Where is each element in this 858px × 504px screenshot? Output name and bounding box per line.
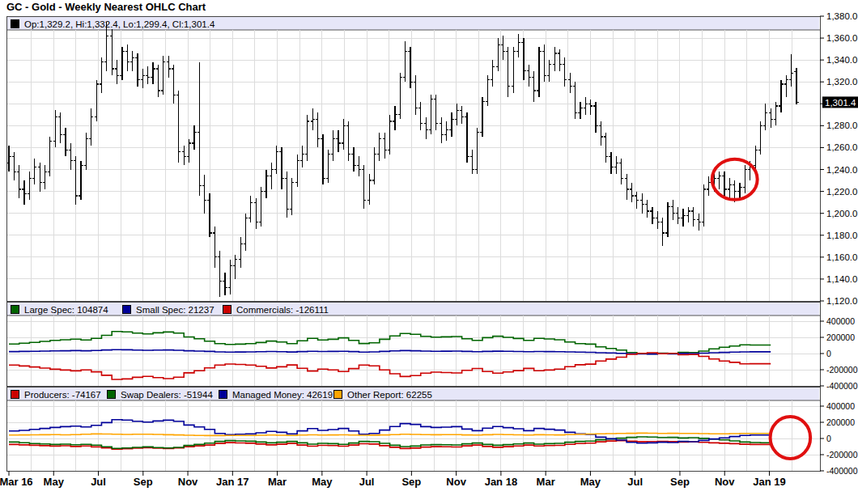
x-axis-label: Jan 19 (753, 476, 785, 488)
managed-money-label: Managed Money: 42619 (232, 390, 333, 400)
x-axis-label: May (580, 476, 601, 488)
x-axis-label: Mar 16 (0, 476, 33, 488)
x-axis: Mar 16MayJulSepNovJan 17MarMayJulSepNovJ… (0, 471, 786, 488)
swap-dealers-label: Swap Dealers: -51944 (121, 390, 213, 400)
x-axis-label: Sep (401, 476, 421, 488)
x-axis-label: May (44, 476, 65, 488)
x-axis-label: Jul (359, 476, 375, 488)
cot2-panel-tick-label: 400000 (826, 401, 855, 411)
price-tick-label: 1,320.0 (826, 77, 857, 87)
x-axis-label: Sep (134, 476, 153, 488)
managed-money-swatch (219, 390, 227, 399)
price-tick-label: 1,280.0 (826, 121, 857, 130)
cot2-panel-tick-label: -400000 (826, 466, 858, 476)
price-panel-bg (6, 16, 820, 301)
x-axis-label: Mar (537, 476, 555, 488)
cot2-panel-tick-label: -200000 (826, 450, 858, 460)
commercials-swatch (223, 305, 231, 314)
current-price-label: 1,301.4 (825, 98, 856, 108)
price-tick-label: 1,340.0 (826, 55, 857, 65)
price-tick-label: 1,200.0 (826, 209, 857, 218)
cot1-panel-tick-label: 0 (826, 349, 831, 358)
x-axis-label: Nov (178, 476, 198, 488)
legend-managed-money: Managed Money: 42619 (219, 388, 333, 400)
small-spec-swatch (122, 305, 131, 314)
price-tick-label: 1,380.0 (826, 11, 857, 21)
price-tick-label: 1,140.0 (826, 274, 857, 284)
x-axis-label: Nov (446, 476, 466, 488)
chart-canvas: 1,380.01,360.01,340.01,320.01,280.01,260… (0, 0, 858, 504)
price-tick-label: 1,180.0 (826, 231, 857, 240)
x-axis-label: Jul (627, 476, 643, 488)
cot2-panel-axis: 4000002000000-200000-400000 (820, 401, 858, 476)
current-price-badge: 1,301.4 (822, 96, 858, 108)
legend-producers: Producers: -74167 (11, 388, 101, 400)
price-tick-label: 1,360.0 (826, 33, 857, 43)
price-axis: 1,380.01,360.01,340.01,320.01,280.01,260… (820, 11, 857, 306)
small-spec-label: Small Spec: 21237 (136, 305, 214, 315)
x-axis-label: Nov (715, 476, 735, 488)
cot1-panel-axis: 4000002000000-200000-400000 (820, 316, 858, 391)
price-legend-swatch (11, 19, 19, 28)
swap-dealers-swatch (107, 390, 116, 399)
price-panel (6, 16, 820, 301)
large-spec-swatch (11, 305, 19, 314)
other-report-label: Other Report: 62255 (347, 390, 432, 400)
legend-large-spec: Large Spec: 104874 (11, 303, 108, 316)
x-axis-label: Sep (670, 476, 690, 488)
price-legend-label: Op:1,329.2, Hi:1,332.4, Lo:1,299.4, Cl:1… (24, 19, 214, 29)
legend-commercials: Commercials: -126111 (223, 303, 329, 316)
legend-other-report: Other Report: 62255 (333, 388, 432, 400)
x-axis-label: Jul (91, 476, 106, 488)
cot1-panel-tick-label: 400000 (826, 316, 855, 326)
x-axis-label: Jan 18 (485, 476, 517, 488)
price-tick-label: 1,260.0 (826, 142, 857, 152)
x-axis-label: Mar (268, 476, 287, 488)
producers-label: Producers: -74167 (24, 390, 101, 400)
cot1-panel-tick-label: 200000 (826, 332, 855, 342)
other-report-swatch (333, 390, 342, 399)
price-tick-label: 1,120.0 (826, 296, 857, 306)
chart-window: GC - Gold - Weekly Nearest OHLC Chart 1,… (0, 0, 858, 504)
commercials-label: Commercials: -126111 (236, 305, 329, 315)
large-spec-label: Large Spec: 104874 (24, 305, 108, 315)
cot1-panel-tick-label: -400000 (826, 381, 858, 391)
cot2-panel-tick-label: 200000 (826, 417, 855, 427)
legend-swap-dealers: Swap Dealers: -51944 (107, 388, 213, 400)
price-legend: Op:1,329.2, Hi:1,332.4, Lo:1,299.4, Cl:1… (11, 18, 214, 30)
x-axis-label: Jan 17 (216, 476, 248, 488)
x-axis-label: May (312, 476, 333, 488)
price-tick-label: 1,240.0 (826, 165, 857, 175)
price-tick-label: 1,220.0 (826, 187, 857, 197)
cot2-panel-tick-label: 0 (826, 434, 831, 443)
cot1-panel-tick-label: -200000 (826, 365, 858, 375)
price-tick-label: 1,160.0 (826, 252, 857, 262)
producers-swatch (11, 390, 19, 399)
legend-small-spec: Small Spec: 21237 (122, 303, 214, 316)
